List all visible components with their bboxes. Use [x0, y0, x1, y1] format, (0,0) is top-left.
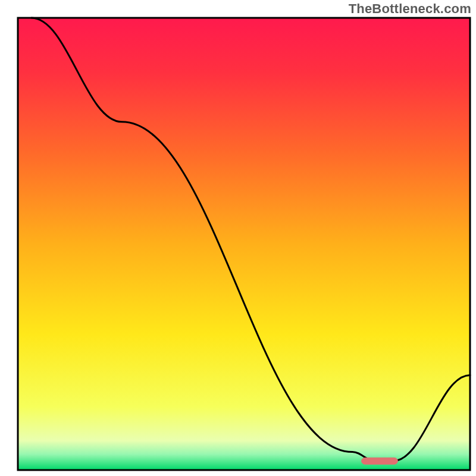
optimum-marker [362, 458, 398, 464]
bottleneck-chart [0, 0, 476, 476]
chart-stage: TheBottleneck.com [0, 0, 476, 476]
